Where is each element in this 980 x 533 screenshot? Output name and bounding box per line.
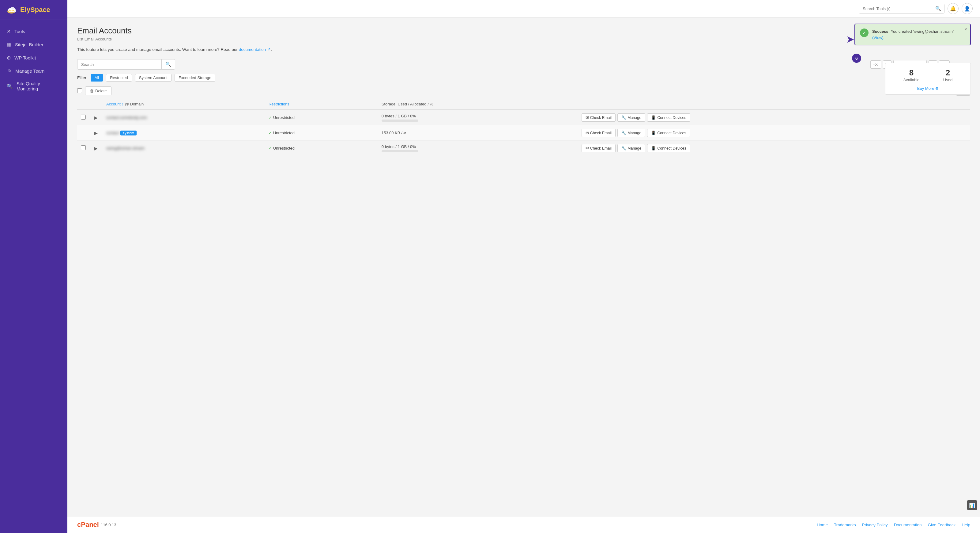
table-body: ▶ contact.somebody.com ✓Unrestricted 0 b…	[77, 110, 970, 156]
col-account: Account ↑ @ Domain	[103, 99, 265, 110]
topbar-search-button[interactable]: 🔍	[932, 4, 944, 13]
devices-icon-3: 📱	[651, 146, 656, 150]
footer-help-link[interactable]: Help	[962, 523, 970, 527]
notification-badge: 6	[852, 54, 861, 63]
buy-more-link[interactable]: Buy More ⊕	[917, 86, 939, 91]
system-badge: system	[120, 131, 137, 136]
row-1-account: contact.somebody.com	[106, 115, 147, 120]
row-3-check-email-button[interactable]: ✉ Check Email	[582, 144, 616, 152]
row-2-manage-button[interactable]: 🔧 Manage	[617, 129, 645, 137]
row-2-check-email-button[interactable]: ✉ Check Email	[582, 129, 616, 137]
sidebar-item-site-quality[interactable]: 🔍 Site Quality Monitoring	[0, 77, 67, 95]
trash-icon: 🗑	[90, 89, 94, 93]
row-2-expand[interactable]: ▶	[93, 130, 99, 136]
footer-privacy-link[interactable]: Privacy Policy	[862, 523, 888, 527]
sidebar-item-sitejet[interactable]: ▦ Sitejet Builder	[0, 38, 67, 51]
filter-system-account-button[interactable]: System Account	[135, 74, 172, 81]
row-2-storage: 153.09 KB / ∞	[382, 131, 574, 135]
check-icon-2: ✓	[269, 131, 272, 135]
footer-documentation-link[interactable]: Documentation	[894, 523, 922, 527]
manage-icon: 🔧	[621, 115, 626, 120]
email-accounts-table: Account ↑ @ Domain Restrictions Storage:…	[77, 99, 970, 156]
footer: cPanel 116.0.13 Home Trademarks Privacy …	[67, 516, 980, 533]
row-1-expand[interactable]: ▶	[93, 115, 99, 121]
footer-trademarks-link[interactable]: Trademarks	[834, 523, 856, 527]
user-profile-button[interactable]: 👤	[962, 3, 973, 14]
filter-all-button[interactable]: All	[91, 74, 103, 81]
envelope-icon-3: ✉	[585, 146, 589, 150]
table-toolbar: 🗑 Delete + Create ⚙ ▾	[77, 86, 970, 96]
logo-text: ElySpace	[20, 6, 50, 14]
col-actions	[578, 99, 970, 110]
logo-icon	[6, 5, 18, 14]
content-area: ➤ ✓ Success: You created "swing@eshan.st…	[67, 18, 980, 516]
row-1-check-email-button[interactable]: ✉ Check Email	[582, 113, 616, 122]
stats-box: 8 Available 2 Used Buy More ⊕	[885, 63, 971, 95]
sidebar-nav: ✕ Tools ▦ Sitejet Builder ⊕ WP Toolkit ☺…	[0, 20, 67, 533]
select-all-checkbox[interactable]	[77, 88, 82, 93]
close-notification-button[interactable]: ×	[964, 27, 967, 32]
footer-links: Home Trademarks Privacy Policy Documenta…	[817, 523, 970, 527]
footer-feedback-link[interactable]: Give Feedback	[928, 523, 956, 527]
arrow-indicator: ➤	[846, 34, 854, 45]
row-3-manage-button[interactable]: 🔧 Manage	[617, 144, 645, 152]
row-1-actions: ✉ Check Email 🔧 Manage 📱 Connect Devices	[582, 113, 967, 122]
col-storage: Storage: Used / Allocated / %	[378, 99, 578, 110]
page-title: Email Accounts	[77, 26, 970, 35]
page-first-button[interactable]: <<	[870, 61, 881, 69]
cpanel-logo: cPanel 116.0.13	[77, 521, 116, 529]
row-3-checkbox[interactable]	[81, 145, 86, 150]
success-notification: ✓ Success: You created "swing@eshan.stre…	[854, 24, 971, 45]
filter-label: Filter:	[77, 75, 88, 80]
sidebar-item-manage-team[interactable]: ☺ Manage Team	[0, 64, 67, 77]
row-3-connect-devices-button[interactable]: 📱 Connect Devices	[647, 144, 690, 152]
envelope-icon: ✉	[585, 115, 589, 120]
topbar-search-wrap: 🔍	[859, 4, 945, 13]
wp-icon: ⊕	[7, 55, 11, 61]
filter-exceeded-storage-button[interactable]: Exceeded Storage	[175, 74, 215, 81]
row-1-manage-button[interactable]: 🔧 Manage	[617, 113, 645, 122]
check-icon-1: ✓	[269, 115, 272, 120]
main-area: 🔍 🔔 👤 ➤ ✓ Success: You created "swing@es…	[67, 0, 980, 533]
sidebar-item-tools[interactable]: ✕ Tools	[0, 25, 67, 38]
page-description: This feature lets you create and manage …	[77, 47, 970, 52]
row-2-connect-devices-button[interactable]: 📱 Connect Devices	[647, 129, 690, 137]
table-row: ▶ swing@eshan.stream ✓Unrestricted 0 byt…	[77, 141, 970, 156]
quality-icon: 🔍	[7, 83, 13, 89]
table-search-input[interactable]	[78, 60, 161, 69]
view-link[interactable]: (View)	[872, 35, 883, 40]
sidebar-logo: ElySpace	[0, 0, 67, 20]
row-3-restrictions: Unrestricted	[273, 146, 294, 150]
row-1-storage: 0 bytes / 1 GB / 0%	[382, 114, 574, 122]
table-search-button[interactable]: 🔍	[161, 59, 175, 69]
table-row: ▶ contact.somebody.com ✓Unrestricted 0 b…	[77, 110, 970, 125]
search-pagination-toolbar: 🔍 << < Page 1 of 1 > >> 1 - 3 of 3	[77, 59, 970, 70]
row-1-restrictions: Unrestricted	[273, 115, 294, 120]
topbar-search-input[interactable]	[859, 4, 932, 13]
notifications-button[interactable]: 🔔	[948, 3, 959, 14]
filter-row: Filter: All Restricted System Account Ex…	[77, 74, 970, 81]
footer-home-link[interactable]: Home	[817, 523, 828, 527]
check-icon-3: ✓	[269, 146, 272, 150]
stat-available: 8 Available	[904, 68, 920, 82]
analytics-button[interactable]: 📊	[967, 500, 977, 510]
row-3-storage: 0 bytes / 1 GB / 0%	[382, 144, 574, 152]
col-restrictions: Restrictions	[265, 99, 378, 110]
row-2-account: contact	[106, 131, 119, 135]
sidebar-item-wp-toolkit[interactable]: ⊕ WP Toolkit	[0, 51, 67, 64]
sidebar: ElySpace ✕ Tools ▦ Sitejet Builder ⊕ WP …	[0, 0, 67, 533]
documentation-link[interactable]: documentation ↗	[239, 47, 271, 52]
envelope-icon-2: ✉	[585, 131, 589, 135]
page-subtitle: List Email Accounts	[77, 37, 970, 41]
devices-icon: 📱	[651, 115, 656, 120]
devices-icon-2: 📱	[651, 131, 656, 135]
manage-icon-3: 🔧	[621, 146, 626, 150]
filter-restricted-button[interactable]: Restricted	[106, 74, 132, 81]
cpanel-brand: cPanel	[77, 521, 99, 529]
row-1-connect-devices-button[interactable]: 📱 Connect Devices	[647, 113, 690, 122]
manage-icon-2: 🔧	[621, 131, 626, 135]
cpanel-version: 116.0.13	[101, 523, 116, 527]
row-3-expand[interactable]: ▶	[93, 145, 99, 152]
delete-button[interactable]: 🗑 Delete	[85, 86, 111, 95]
row-1-checkbox[interactable]	[81, 115, 86, 120]
